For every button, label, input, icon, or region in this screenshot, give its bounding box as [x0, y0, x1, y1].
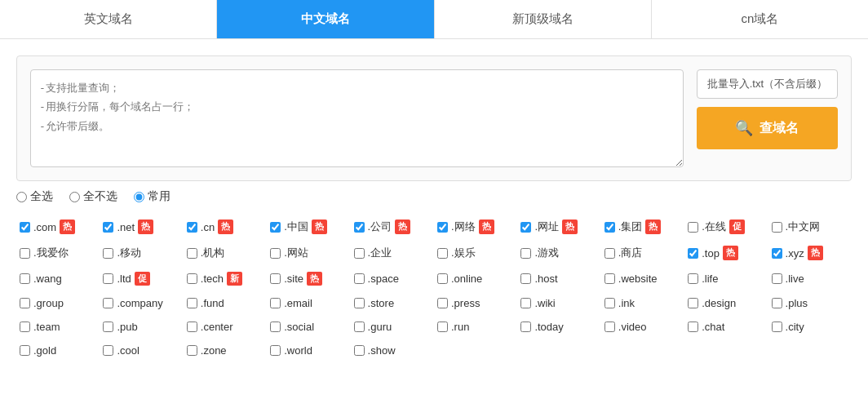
domain-checkbox[interactable] — [437, 273, 448, 284]
domain-label: .zone — [201, 344, 227, 357]
common-radio[interactable] — [134, 192, 144, 202]
domain-checkbox[interactable] — [520, 322, 531, 332]
domain-checkbox[interactable] — [270, 298, 281, 308]
domain-label: .space — [368, 273, 399, 285]
domain-item: .company — [100, 291, 183, 315]
domain-checkbox[interactable] — [520, 222, 531, 233]
domain-item: .我爱你 — [16, 240, 100, 266]
domain-checkbox[interactable] — [354, 345, 365, 356]
domain-checkbox[interactable] — [688, 322, 698, 332]
domain-checkbox[interactable] — [604, 322, 615, 332]
domain-checkbox[interactable] — [103, 322, 113, 332]
common-label: 常用 — [148, 189, 170, 204]
domain-checkbox[interactable] — [20, 345, 30, 356]
import-button[interactable]: 批量导入.txt（不含后缀） — [697, 69, 838, 99]
domain-checkbox[interactable] — [103, 273, 113, 284]
domain-label: .移动 — [117, 246, 141, 260]
domain-checkbox[interactable] — [187, 248, 197, 259]
domain-label: .ltd — [117, 273, 131, 285]
domain-item: .集团热 — [601, 214, 684, 240]
domain-label: .在线 — [702, 220, 726, 234]
domain-item: .video — [601, 315, 684, 339]
domain-checkbox[interactable] — [103, 298, 113, 308]
domain-checkbox[interactable] — [772, 248, 782, 259]
domain-checkbox[interactable] — [604, 298, 615, 308]
domain-item: .plus — [768, 291, 852, 315]
domain-item: .com热 — [16, 214, 100, 240]
domain-item: .website — [601, 266, 684, 291]
domain-checkbox[interactable] — [437, 248, 448, 259]
domain-checkbox[interactable] — [437, 222, 448, 233]
domain-checkbox[interactable] — [772, 222, 782, 233]
search-button[interactable]: 🔍 查域名 — [697, 107, 838, 149]
domain-item: .design — [684, 291, 768, 315]
domain-checkbox[interactable] — [20, 248, 30, 259]
tab-new-tld[interactable]: 新顶级域名 — [435, 0, 652, 38]
domain-checkbox[interactable] — [187, 298, 197, 308]
domain-checkbox[interactable] — [270, 345, 281, 356]
domain-checkbox[interactable] — [772, 322, 782, 332]
domain-checkbox[interactable] — [270, 222, 281, 233]
domain-checkbox[interactable] — [354, 322, 365, 332]
domain-item: .social — [267, 315, 350, 339]
domain-checkbox[interactable] — [604, 273, 615, 284]
domain-item: .wiki — [517, 291, 600, 315]
domain-checkbox[interactable] — [354, 222, 365, 233]
domain-item: .host — [517, 266, 600, 291]
deselect-all-radio[interactable] — [69, 192, 80, 202]
domain-label: .游戏 — [534, 246, 559, 260]
domain-checkbox[interactable] — [187, 322, 197, 332]
domain-checkbox[interactable] — [354, 273, 365, 284]
domain-item: .site热 — [267, 266, 350, 291]
tab-chinese[interactable]: 中文域名 — [217, 0, 434, 38]
tab-cn[interactable]: cn域名 — [652, 0, 868, 38]
domain-item: .在线促 — [684, 214, 768, 240]
domain-checkbox[interactable] — [20, 322, 30, 332]
domain-checkbox[interactable] — [520, 248, 531, 259]
domain-checkbox[interactable] — [772, 273, 782, 284]
domain-item: .ink — [601, 291, 684, 315]
domain-checkbox[interactable] — [520, 273, 531, 284]
domain-badge: 热 — [723, 246, 738, 259]
domain-checkbox[interactable] — [688, 248, 698, 259]
domain-label: .top — [702, 247, 720, 259]
domain-checkbox[interactable] — [20, 273, 30, 284]
domain-checkbox[interactable] — [270, 273, 281, 284]
domain-checkbox[interactable] — [103, 345, 113, 356]
select-all-option[interactable]: 全选 — [16, 189, 53, 204]
tab-english[interactable]: 英文域名 — [0, 0, 217, 38]
select-all-radio[interactable] — [16, 192, 27, 202]
deselect-all-option[interactable]: 全不选 — [69, 189, 117, 204]
domain-checkbox[interactable] — [437, 298, 448, 308]
search-textarea[interactable] — [30, 69, 684, 167]
domain-checkbox[interactable] — [688, 298, 698, 308]
domain-checkbox[interactable] — [187, 345, 197, 356]
domain-checkbox[interactable] — [270, 322, 281, 332]
domain-checkbox[interactable] — [604, 248, 615, 259]
domain-label: .中文网 — [786, 220, 821, 234]
domain-checkbox[interactable] — [354, 298, 365, 308]
domain-checkbox[interactable] — [187, 222, 197, 233]
domain-label: .world — [284, 344, 312, 357]
common-option[interactable]: 常用 — [134, 189, 170, 204]
domain-checkbox[interactable] — [688, 273, 698, 284]
domain-checkbox[interactable] — [270, 248, 281, 259]
domain-badge: 热 — [307, 272, 322, 286]
domain-checkbox[interactable] — [103, 222, 113, 233]
domain-checkbox[interactable] — [354, 248, 365, 259]
domain-checkbox[interactable] — [604, 222, 615, 233]
domain-label: .ink — [618, 297, 635, 309]
domain-label: .tech — [201, 273, 224, 285]
domain-checkbox[interactable] — [20, 222, 30, 233]
domain-checkbox[interactable] — [187, 273, 197, 284]
domain-checkbox[interactable] — [520, 298, 531, 308]
domain-item: .网站 — [267, 240, 350, 266]
domain-item: .gold — [16, 339, 100, 362]
domain-checkbox[interactable] — [20, 298, 30, 308]
domain-checkbox[interactable] — [772, 298, 782, 308]
domain-label: .商店 — [618, 246, 643, 260]
domain-checkbox[interactable] — [688, 222, 698, 233]
domain-item: .world — [267, 339, 350, 362]
domain-checkbox[interactable] — [103, 248, 113, 259]
domain-checkbox[interactable] — [437, 322, 448, 332]
